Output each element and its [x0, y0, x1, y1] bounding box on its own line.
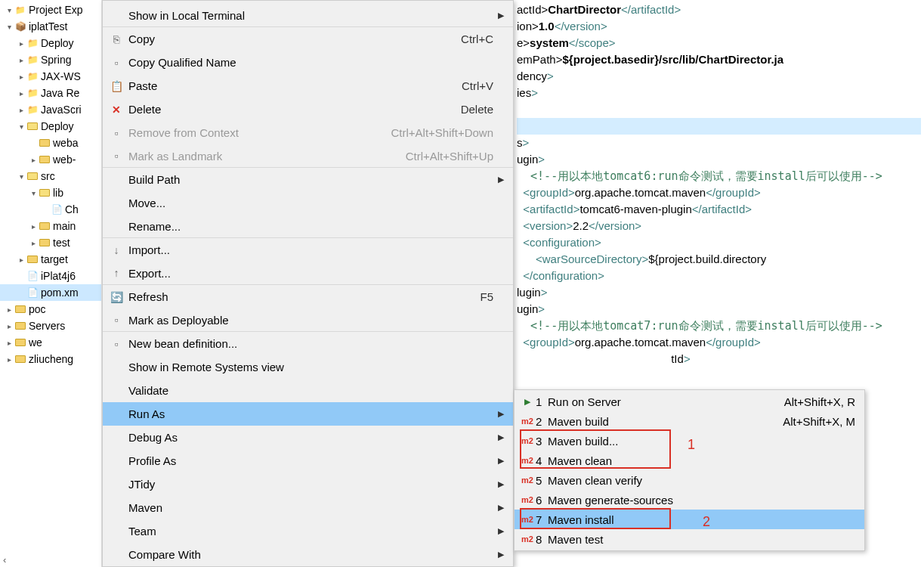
tree-item[interactable]: ▾Deploy: [0, 118, 101, 135]
submenu-item[interactable]: ▶1Run on ServerAlt+Shift+X, R: [515, 392, 864, 411]
menu-item[interactable]: Build Path▶: [103, 168, 513, 191]
menu-item[interactable]: 🔄RefreshF5: [103, 285, 513, 308]
menu-item[interactable]: JTidy▶: [103, 472, 513, 496]
twistie-icon[interactable]: ▸: [17, 89, 26, 98]
twistie-icon[interactable]: ▸: [29, 222, 38, 231]
tree-item[interactable]: 📄Ch: [0, 201, 101, 218]
menu-item[interactable]: Compare With▶: [103, 543, 513, 566]
xml-icon: 📄: [26, 287, 39, 299]
twistie-icon[interactable]: ▸: [5, 339, 14, 347]
submenu-item[interactable]: m26Maven generate-sources: [515, 490, 864, 510]
menu-item[interactable]: ↑Export...: [103, 262, 513, 285]
editor-line: dency>: [517, 68, 921, 85]
submenu-label: Maven clean: [548, 454, 855, 467]
submenu-number: 2: [536, 415, 548, 428]
editor-line: ies>: [517, 85, 921, 101]
tree-item[interactable]: ▸📁Java Re: [0, 85, 101, 101]
tree-item[interactable]: ▾src: [0, 168, 101, 184]
submenu-label: Maven build...: [548, 435, 855, 448]
menu-item[interactable]: Profile As▶: [103, 449, 513, 472]
tree-item[interactable]: ▸we: [0, 334, 101, 351]
menu-shortcut: Ctrl+V: [462, 79, 493, 92]
menu-item[interactable]: ▫Copy Qualified Name: [103, 51, 513, 74]
submenu-item[interactable]: m28Maven test: [515, 529, 864, 549]
twistie-icon[interactable]: ▸: [29, 239, 38, 247]
menu-item[interactable]: Show in Local Terminal▶: [103, 4, 513, 27]
twistie-icon[interactable]: ▾: [17, 122, 26, 131]
submenu-label: Maven clean verify: [548, 474, 855, 487]
twistie-icon[interactable]: ▾: [17, 172, 26, 181]
menu-item[interactable]: Run As▶: [103, 402, 513, 426]
menu-item[interactable]: 📋PasteCtrl+V: [103, 74, 513, 98]
copyq-icon: ▫: [109, 57, 124, 69]
menu-item[interactable]: ⎘CopyCtrl+C: [103, 27, 513, 51]
tree-item[interactable]: ▸zliucheng: [0, 351, 101, 367]
tree-item[interactable]: ▸target: [0, 251, 101, 268]
menu-item[interactable]: ▫Mark as Deployable: [103, 308, 513, 332]
tree-item[interactable]: ▸Servers: [0, 318, 101, 334]
menu-item[interactable]: ✕DeleteDelete: [103, 98, 513, 121]
tree-item[interactable]: ▸main: [0, 218, 101, 234]
twistie-icon[interactable]: ▸: [17, 73, 26, 81]
folder-icon: [26, 253, 39, 265]
tree-item[interactable]: ▸poc: [0, 301, 101, 318]
twistie-icon[interactable]: ▸: [17, 106, 26, 114]
tree-item[interactable]: ▾📦iplatTest: [0, 18, 101, 35]
tree-item[interactable]: ▸test: [0, 234, 101, 251]
menu-item[interactable]: ▫Mark as LandmarkCtrl+Alt+Shift+Up: [103, 144, 513, 168]
twistie-icon[interactable]: ▾: [29, 189, 38, 197]
tree-item-label: weba: [53, 137, 78, 149]
menu-item[interactable]: Move...: [103, 191, 513, 215]
menu-item[interactable]: ▫New bean definition...: [103, 332, 513, 355]
xml-icon: 📄: [26, 270, 39, 282]
twistie-icon[interactable]: ▸: [17, 39, 26, 48]
twistie-icon[interactable]: ▸: [17, 56, 26, 64]
submenu-item[interactable]: m24Maven clean: [515, 451, 864, 470]
tree-item[interactable]: ▸📁JAX-WS: [0, 68, 101, 85]
menu-item-label: Delete: [124, 103, 461, 116]
menu-item[interactable]: Validate: [103, 379, 513, 402]
folder-icon: [39, 237, 51, 249]
tree-item[interactable]: ▸web-: [0, 151, 101, 168]
editor-line: <artifactId>tomcat6-maven-plugin</artifa…: [517, 201, 921, 218]
tree-item[interactable]: ▸📁JavaScri: [0, 101, 101, 118]
twistie-icon[interactable]: ▸: [17, 256, 26, 264]
tree-item-label: Java Re: [41, 87, 79, 99]
tree-item[interactable]: weba: [0, 135, 101, 151]
project-explorer[interactable]: ▾📁Project Exp ▾📦iplatTest▸📁Deploy▸📁Sprin…: [0, 0, 102, 567]
tree-item[interactable]: ▸📁Spring: [0, 51, 101, 68]
folder-icon: [39, 137, 51, 149]
menu-item-label: New bean definition...: [124, 337, 493, 350]
menu-item[interactable]: Debug As▶: [103, 426, 513, 449]
editor-line: </configuration>: [517, 268, 921, 284]
twistie-icon[interactable]: ▸: [5, 355, 14, 364]
maven-icon: m2: [519, 436, 536, 445]
editor-line: <!--用以本地tomcat6:run命令测试，需要install后可以使用--…: [517, 168, 921, 184]
menu-item[interactable]: Team▶: [103, 519, 513, 543]
menu-item-label: JTidy: [124, 478, 493, 491]
twistie-icon[interactable]: ▸: [29, 156, 38, 164]
tree-item[interactable]: 📄pom.xm: [0, 284, 101, 301]
submenu-label: Maven install: [548, 513, 855, 526]
submenu-item[interactable]: m25Maven clean verify: [515, 470, 864, 490]
twistie-icon[interactable]: ▸: [5, 305, 14, 314]
menu-item[interactable]: Maven▶: [103, 496, 513, 519]
twistie-icon[interactable]: ▸: [5, 322, 14, 330]
menu-item[interactable]: Rename...: [103, 215, 513, 238]
copy-icon: ⎘: [109, 33, 124, 45]
tree-item[interactable]: ▸📁Deploy: [0, 35, 101, 51]
submenu-item[interactable]: m23Maven build...: [515, 431, 864, 451]
menu-item-label: Debug As: [124, 431, 493, 444]
tree-item[interactable]: ▾lib: [0, 184, 101, 201]
menu-item[interactable]: Show in Remote Systems view: [103, 355, 513, 379]
submenu-arrow-icon: ▶: [493, 409, 504, 419]
menu-item[interactable]: ↓Import...: [103, 238, 513, 262]
menu-item[interactable]: ▫Remove from ContextCtrl+Alt+Shift+Down: [103, 121, 513, 144]
twistie-icon[interactable]: ▾: [5, 23, 14, 31]
submenu-item[interactable]: m22Maven buildAlt+Shift+X, M: [515, 411, 864, 431]
folder-icon: [14, 353, 26, 365]
tree-item[interactable]: 📄iPlat4j6: [0, 268, 101, 284]
menu-item-label: Profile As: [124, 454, 493, 467]
submenu-item[interactable]: m27Maven install: [515, 510, 864, 529]
editor-line: <groupId>org.apache.tomcat.maven</groupI…: [517, 334, 921, 351]
